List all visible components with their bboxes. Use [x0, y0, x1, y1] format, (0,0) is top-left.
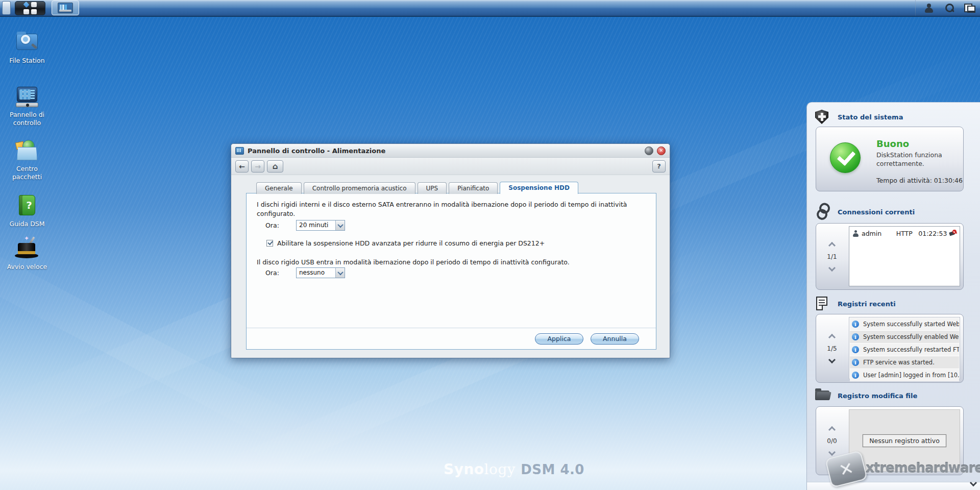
log-row[interactable]: i System successfully started Web St...: [850, 318, 959, 330]
collapse-panel-icon[interactable]: [970, 479, 977, 486]
page-indicator: 1/5: [827, 345, 837, 352]
no-active-log-label: Nessun registro attivo: [863, 434, 946, 447]
advanced-hdd-hibernation-checkbox[interactable]: [266, 240, 273, 247]
page-up-icon[interactable]: [828, 333, 836, 340]
info-icon: i: [852, 372, 859, 379]
window-toolbar: ← → ⌂ ?: [231, 158, 670, 175]
page-up-icon[interactable]: [828, 241, 836, 249]
connection-row[interactable]: admin HTTP 01:22:53: [849, 227, 960, 240]
page-down-icon[interactable]: [828, 264, 836, 271]
internal-hdd-time-select[interactable]: 20 minuti: [296, 220, 345, 231]
widget-panel: Stato del sistema Buono DiskStation funz…: [806, 102, 980, 490]
quick-start-icon: ✦: [15, 237, 39, 260]
control-panel-window-icon: [58, 3, 73, 13]
system-status-header: Stato del sistema: [814, 109, 903, 125]
usb-hibernation-description: Il disco rigido USB entra in modalità ib…: [257, 258, 647, 267]
page-indicator: 1/1: [827, 253, 837, 260]
log-row[interactable]: i System successfully restarted FTP...: [850, 344, 959, 356]
desktop-icon-package-center[interactable]: Centro pacchetti: [3, 139, 52, 182]
tab-bar: Generale Controllo promemoria acustico U…: [256, 182, 670, 194]
widget-title: Registro modifica file: [838, 392, 917, 400]
log-row[interactable]: i User [admin] logged in from [10.16...: [850, 369, 959, 381]
recent-logs-header: Registri recenti: [814, 296, 896, 312]
show-desktop-button[interactable]: [2, 1, 11, 15]
logs-list: i System successfully started Web St... …: [849, 317, 960, 379]
page-down-icon[interactable]: [828, 356, 836, 363]
desktop-icon-control-panel[interactable]: Pannello di controllo: [3, 85, 52, 128]
ora-label: Ora:: [265, 269, 296, 277]
tab-generale[interactable]: Generale: [256, 182, 302, 194]
desktop-icon-label: Centro pacchetti: [3, 165, 52, 182]
page-indicator: 0/0: [827, 437, 837, 445]
package-center-icon: [15, 139, 39, 162]
info-icon: i: [852, 333, 859, 340]
link-icon: [814, 204, 830, 220]
system-status-card: Buono DiskStation funziona correttamente…: [816, 127, 964, 191]
connections-list: admin HTTP 01:22:53: [849, 226, 960, 286]
control-panel-icon: [235, 147, 244, 155]
shield-icon: [814, 109, 830, 125]
tab-controllo-promemoria-acustico[interactable]: Controllo promemoria acustico: [304, 182, 415, 194]
uptime-text: Tempo di attività: 01:30:46: [876, 177, 963, 184]
control-panel-window: Pannello di controllo - Alimentazione ✕ …: [231, 143, 670, 358]
control-panel-icon: [15, 85, 39, 108]
close-button[interactable]: ✕: [657, 146, 666, 155]
info-icon: i: [852, 359, 859, 366]
page-down-icon[interactable]: [828, 448, 836, 455]
log-row[interactable]: i FTP service was started.: [850, 356, 959, 369]
ora-label: Ora:: [265, 222, 296, 229]
logs-pager: 1/5: [816, 314, 848, 382]
log-document-icon: [814, 296, 830, 312]
chevron-down-icon[interactable]: [335, 268, 345, 278]
desktop-icon-file-station[interactable]: File Station: [3, 31, 52, 65]
cancel-button[interactable]: Annulla: [591, 333, 639, 345]
taskbar: [0, 0, 980, 17]
pilot-view-button[interactable]: [960, 0, 980, 16]
minimize-button[interactable]: [645, 146, 653, 155]
dsm-help-icon: ?: [15, 194, 39, 217]
recent-logs-card: 1/5 i System successfully started Web St…: [816, 314, 964, 383]
window-titlebar[interactable]: Pannello di controllo - Alimentazione ✕: [231, 144, 670, 158]
apply-button[interactable]: Applica: [535, 333, 583, 345]
taskbar-divider: [915, 0, 916, 16]
desktop-icon-dsm-help[interactable]: ? Guida DSM: [3, 194, 52, 228]
help-button[interactable]: ?: [652, 160, 666, 173]
search-button[interactable]: [939, 0, 960, 16]
folder-icon: [814, 387, 830, 404]
log-row[interactable]: i System successfully enabled WebD...: [850, 331, 959, 343]
tab-ups[interactable]: UPS: [418, 182, 447, 194]
desktop-icon-label: Guida DSM: [3, 220, 52, 228]
forward-button[interactable]: →: [251, 160, 264, 173]
page-up-icon[interactable]: [828, 426, 836, 433]
home-button[interactable]: ⌂: [267, 160, 283, 173]
search-icon: [944, 3, 954, 13]
desktop-icon-label: Avvio veloce: [3, 263, 52, 271]
widget-title: Stato del sistema: [838, 113, 903, 121]
desktop-icon-label: Pannello di controllo: [3, 111, 52, 128]
user-icon: [924, 3, 934, 13]
status-description: DiskStation funziona correttamente.: [876, 151, 961, 168]
connections-header: Connessioni correnti: [814, 204, 915, 220]
tab-sospensione-hdd[interactable]: Sospensione HDD: [500, 182, 578, 194]
usb-hdd-time-select[interactable]: nessuno: [296, 267, 345, 278]
info-icon: i: [852, 346, 859, 353]
widget-title: Connessioni correnti: [838, 208, 915, 216]
taskbar-open-app-button[interactable]: [52, 1, 79, 15]
desktop-icon-quick-start[interactable]: ✦ Avvio veloce: [3, 237, 52, 271]
checkbox-label: Abilitare la sospensione HDD avanzata pe…: [277, 239, 545, 247]
tab-content-panel: I dischi rigidi interni e il disco ester…: [246, 193, 656, 350]
main-menu-icon: [23, 2, 37, 14]
info-icon: i: [852, 321, 859, 328]
widget-title: Registri recenti: [838, 300, 896, 308]
disconnect-icon[interactable]: [949, 230, 957, 237]
chevron-down-icon[interactable]: [335, 220, 345, 230]
status-ok-icon: [830, 142, 861, 173]
connections-pager: 1/1: [816, 224, 848, 289]
file-change-log-header: Registro modifica file: [814, 387, 917, 404]
tab-pianificato[interactable]: Pianificato: [449, 182, 498, 194]
button-row: Applica Annulla: [247, 328, 656, 349]
connections-card: 1/1 admin HTTP 01:22:53: [816, 223, 964, 290]
user-menu-button[interactable]: [919, 0, 939, 16]
main-menu-button[interactable]: [15, 1, 45, 15]
back-button[interactable]: ←: [235, 160, 249, 173]
